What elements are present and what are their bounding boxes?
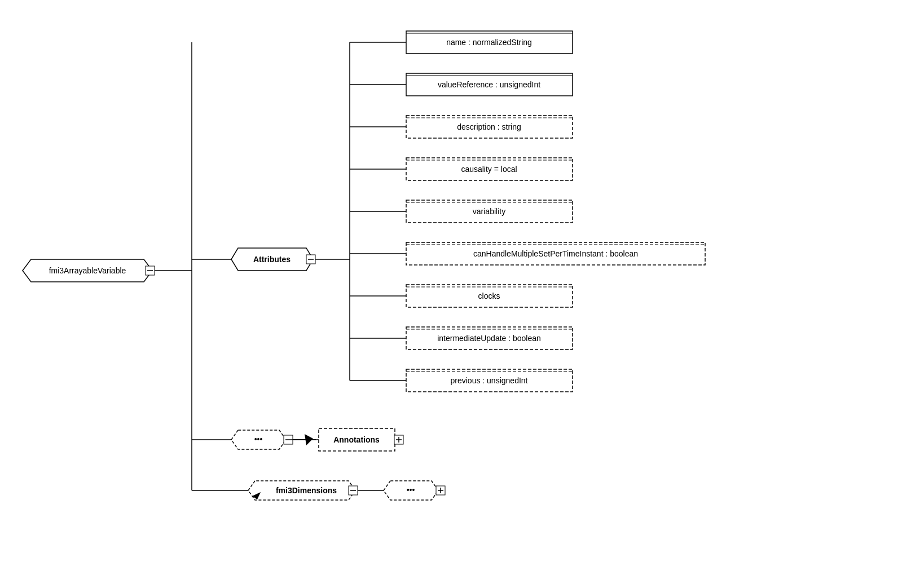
variability-attr-label: variability xyxy=(473,207,505,216)
fmi3dimensions-node: fmi3Dimensions xyxy=(248,481,355,500)
valueref-attr-node: valueReference : unsignedInt xyxy=(406,73,573,96)
ellipsis-label-2: ••• xyxy=(407,485,415,494)
intermediateupdate-attr-node: intermediateUpdate : boolean xyxy=(406,327,573,350)
uml-diagram: fmi3ArrayableVariable Attributes name : … xyxy=(0,0,924,575)
previous-attr-label: previous : unsignedInt xyxy=(451,376,528,385)
canhandle-attr-node: canHandleMultipleSetPerTimeInstant : boo… xyxy=(406,242,705,265)
causality-attr-node: causality = local xyxy=(406,158,573,180)
name-attr-node: name : normalizedString xyxy=(406,31,573,54)
svg-marker-43 xyxy=(305,434,313,445)
annotations-ellipsis-node: ••• xyxy=(231,430,286,449)
previous-attr-node: previous : unsignedInt xyxy=(406,369,573,392)
annotations-node: Annotations xyxy=(319,428,395,451)
valueref-attr-label: valueReference : unsignedInt xyxy=(438,80,540,89)
fmi3dimensions-label: fmi3Dimensions xyxy=(276,486,337,495)
clocks-attr-label: clocks xyxy=(478,291,500,300)
intermediateupdate-attr-label: intermediateUpdate : boolean xyxy=(437,334,541,343)
root-node: fmi3ArrayableVariable xyxy=(23,259,152,282)
attributes-label: Attributes xyxy=(253,255,291,264)
ellipsis-label-1: ••• xyxy=(254,435,263,444)
root-label: fmi3ArrayableVariable xyxy=(49,266,126,275)
canhandle-attr-label: canHandleMultipleSetPerTimeInstant : boo… xyxy=(473,249,638,258)
name-attr-label: name : normalizedString xyxy=(446,38,532,47)
annotations-label: Annotations xyxy=(333,435,380,444)
description-attr-node: description : string xyxy=(406,116,573,138)
attributes-node: Attributes xyxy=(231,248,313,271)
variability-attr-node: variability xyxy=(406,200,573,223)
causality-attr-label: causality = local xyxy=(461,165,517,174)
clocks-attr-node: clocks xyxy=(406,285,573,307)
description-attr-label: description : string xyxy=(457,122,521,131)
fmi3dimensions-ellipsis-node: ••• xyxy=(384,481,438,500)
